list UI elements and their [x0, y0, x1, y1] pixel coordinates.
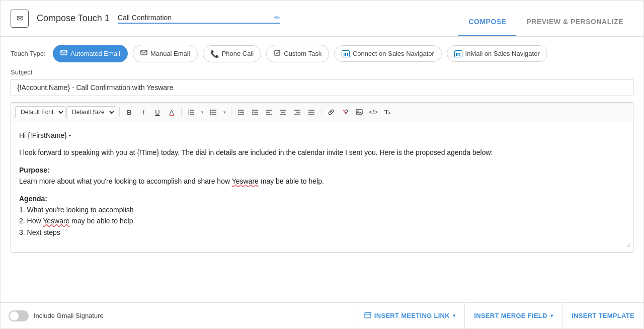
touch-type-label: Touch Type:: [11, 50, 46, 57]
ordered-list-button[interactable]: 1 2 3: [185, 106, 198, 119]
panel-title: Compose Touch 1: [37, 13, 110, 24]
editor-line2: I look forward to speaking with you at {…: [19, 147, 625, 158]
editor-purpose: Purpose: Learn more about what you're lo…: [19, 164, 625, 187]
purpose-text: Learn more about what you're looking to …: [19, 177, 324, 185]
toolbar-divider-4: [321, 107, 321, 117]
ordered-list-chevron[interactable]: ▾: [199, 106, 206, 119]
image-button[interactable]: [353, 106, 366, 119]
italic-button[interactable]: I: [137, 106, 150, 119]
align-left-button[interactable]: [263, 106, 276, 119]
insert-merge-field-label: INSERT MERGE FIELD: [474, 312, 547, 319]
subject-section: Subject: [11, 68, 633, 96]
gmail-signature-toggle[interactable]: [9, 310, 29, 321]
merge-field-chevron: ▾: [550, 313, 553, 318]
svg-rect-36: [365, 312, 371, 318]
header-tabs: COMPOSE PREVIEW & PERSONALIZE: [458, 1, 633, 36]
subject-label: Subject: [11, 68, 633, 76]
touch-type-row: Touch Type: Automated Email Man: [11, 45, 633, 62]
font-select[interactable]: Default Font: [15, 106, 65, 118]
link-button[interactable]: [325, 106, 338, 119]
linkedin-connect-icon: in: [342, 50, 350, 57]
insert-meeting-link-label: INSERT MEETING LINK: [374, 312, 450, 319]
btn-phone-call[interactable]: 📞 Phone Call: [203, 45, 262, 62]
unordered-list-chevron[interactable]: ▾: [221, 106, 228, 119]
svg-point-14: [210, 114, 212, 115]
insert-merge-field-button[interactable]: INSERT MERGE FIELD ▾: [464, 303, 562, 328]
resize-handle[interactable]: ⊿: [626, 240, 631, 250]
size-select[interactable]: Default Size: [66, 106, 116, 118]
header: ✉ Compose Touch 1 ✏ COMPOSE PREVIEW & PE…: [1, 1, 643, 37]
yesware-text-2: Yesware: [43, 217, 69, 225]
insert-template-button[interactable]: INSERT TEMPLATE: [562, 303, 643, 328]
svg-text:3: 3: [188, 113, 190, 115]
insert-template-label: INSERT TEMPLATE: [572, 312, 634, 319]
btn-connect-sales-navigator[interactable]: in Connect on Sales Navigator: [334, 45, 442, 62]
svg-point-13: [210, 112, 212, 113]
editor-toolbar: Default Font Default Size B I U A: [11, 102, 633, 122]
tab-preview[interactable]: PREVIEW & PERSONALIZE: [516, 18, 633, 36]
agenda-item-3: 3. Next steps: [19, 228, 60, 236]
editor-agenda: Agenda: 1. What you're looking to accomp…: [19, 193, 625, 238]
edit-icon[interactable]: ✏: [274, 14, 280, 22]
svg-point-35: [357, 111, 359, 112]
justify-button[interactable]: [305, 106, 318, 119]
gmail-signature-label: Include Gmail Signature: [34, 312, 104, 319]
toolbar-divider-2: [181, 107, 182, 117]
title-input-wrapper: ✏: [118, 14, 280, 24]
manual-email-icon: [140, 49, 147, 58]
tab-compose[interactable]: COMPOSE: [458, 18, 516, 36]
agenda-heading: Agenda:: [19, 195, 47, 203]
footer: Include Gmail Signature INSERT MEETING L…: [1, 302, 643, 328]
svg-point-12: [210, 110, 212, 111]
outdent-button[interactable]: [249, 106, 262, 119]
underline-button[interactable]: U: [151, 106, 164, 119]
subject-input[interactable]: [11, 79, 633, 96]
unlink-button[interactable]: [339, 106, 352, 119]
footer-actions: INSERT MEETING LINK ▾ INSERT MERGE FIELD…: [355, 303, 643, 328]
body: Touch Type: Automated Email Man: [1, 37, 643, 302]
meeting-link-chevron: ▾: [453, 313, 455, 318]
indent-button[interactable]: [234, 106, 248, 119]
editor-container: Default Font Default Size B I U A: [11, 102, 633, 253]
linkedin-inmail-icon: in: [454, 50, 462, 57]
phone-icon: 📞: [210, 50, 219, 58]
toolbar-divider-3: [231, 107, 231, 117]
code-button[interactable]: </>: [367, 106, 380, 119]
align-center-button[interactable]: [277, 106, 290, 119]
agenda-item-1: 1. What you're looking to accomplish: [19, 206, 134, 214]
automated-email-icon: [60, 49, 67, 58]
calendar-icon: [364, 311, 371, 320]
btn-automated-email[interactable]: Automated Email: [53, 45, 128, 62]
toolbar-divider-1: [119, 107, 120, 117]
touch-name-input[interactable]: [118, 14, 270, 22]
compose-icon: ✉: [11, 10, 29, 28]
bold-button[interactable]: B: [123, 106, 136, 119]
agenda-item-2: 2. How Yesware may be able to help: [19, 217, 133, 225]
unordered-list-button[interactable]: [207, 106, 220, 119]
yesware-text-1: Yesware: [232, 177, 259, 185]
purpose-heading: Purpose:: [19, 166, 50, 174]
footer-left: Include Gmail Signature: [1, 310, 355, 321]
compose-touch-panel: ✉ Compose Touch 1 ✏ COMPOSE PREVIEW & PE…: [0, 0, 644, 329]
task-icon: [274, 49, 281, 58]
format-button[interactable]: Tx: [381, 106, 394, 119]
font-color-button[interactable]: A: [165, 106, 178, 119]
svg-rect-0: [61, 50, 67, 55]
svg-rect-1: [141, 50, 147, 55]
btn-manual-email[interactable]: Manual Email: [133, 45, 198, 62]
btn-inmail-sales-navigator[interactable]: in InMail on Sales Navigator: [447, 45, 547, 62]
editor-area[interactable]: Hi {!FirstName} - I look forward to spea…: [11, 122, 633, 253]
align-right-button[interactable]: [291, 106, 304, 119]
insert-meeting-link-button[interactable]: INSERT MEETING LINK ▾: [355, 303, 464, 328]
editor-line1: Hi {!FirstName} -: [19, 130, 625, 141]
btn-custom-task[interactable]: Custom Task: [266, 45, 329, 62]
